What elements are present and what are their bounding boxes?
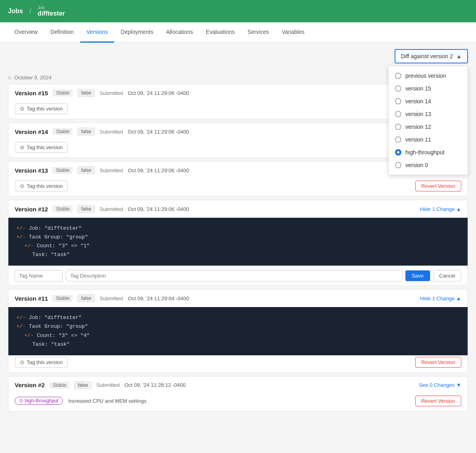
- nav-bar: Overview Definition Versions Deployments…: [0, 22, 476, 43]
- diff-option-high-throughput[interactable]: high-throughput: [389, 146, 468, 159]
- cancel-tag-button-12[interactable]: Cancel: [433, 270, 461, 282]
- diff-option-v11[interactable]: version 11: [389, 133, 468, 146]
- diff-option-v0[interactable]: version 0: [389, 159, 468, 171]
- tab-allocations[interactable]: Allocations: [160, 22, 199, 43]
- diff-line: +/- Job: "difftester": [16, 313, 460, 322]
- revert-button-2[interactable]: Revert Version: [415, 396, 461, 406]
- tag-icon-13: ⊙: [20, 183, 24, 189]
- diff-option-v15[interactable]: version 15: [389, 82, 468, 95]
- diff-option-label: high-throughput: [405, 149, 444, 156]
- diff-line: Task: "task": [16, 250, 460, 259]
- version-number-14: Version #14: [15, 128, 48, 135]
- save-tag-button-12[interactable]: Save: [405, 270, 430, 281]
- tag-name-input-12[interactable]: [15, 270, 63, 282]
- top-bar: Jobs / Job difftester: [0, 0, 476, 22]
- flag-badge-13: false: [77, 166, 95, 174]
- status-badge-15: Stable: [53, 89, 73, 97]
- date-dot-icon: [8, 76, 11, 79]
- submitted-label-11: Submitted: [100, 295, 123, 301]
- status-badge-2: Stable: [49, 382, 69, 389]
- version-number-2: Version #2: [15, 382, 45, 388]
- version-card-11: Version #11 Stable false Submitted Oct 0…: [8, 289, 468, 372]
- diff-line: +/- Job: "difftester": [16, 224, 460, 233]
- tag-version-button-14[interactable]: ⊙ Tag this version: [15, 142, 68, 153]
- diff-option-label: previous version: [405, 73, 446, 79]
- version-actions-11: ⊙ Tag this version Revert Version: [8, 355, 468, 372]
- flag-badge-2: false: [74, 381, 91, 389]
- tab-versions[interactable]: Versions: [80, 22, 115, 43]
- diff-option-v13[interactable]: version 13: [389, 108, 468, 120]
- diff-option-v12[interactable]: version 12: [389, 120, 468, 133]
- version-header-12: Version #12 Stable false Submitted Oct 0…: [8, 200, 468, 218]
- diff-button-label: Diff against version 2: [401, 53, 453, 59]
- submitted-label-2: Submitted: [96, 382, 120, 388]
- tag-badge-2[interactable]: ⊙ high-throughput: [15, 397, 63, 405]
- version-header-2: Version #2 Stable false Submitted Oct 09…: [8, 376, 468, 394]
- diff-option-label: version 12: [405, 124, 431, 130]
- diff-line: Task: "task": [16, 340, 460, 349]
- tag-desc-input-12[interactable]: [66, 270, 402, 282]
- flag-badge-15: false: [77, 89, 95, 97]
- version-number-12: Version #12: [15, 206, 48, 213]
- radio-v15: [395, 85, 401, 92]
- version-number-15: Version #15: [15, 90, 48, 97]
- diff-line: +/- Count: "3" => "1": [16, 242, 460, 250]
- tag-btn-label-11: Tag this version: [27, 359, 63, 365]
- tag-input-row-12: Save Cancel: [8, 266, 468, 286]
- radio-v14: [395, 98, 401, 104]
- tab-variables[interactable]: Variables: [275, 22, 311, 43]
- jobs-link[interactable]: Jobs: [8, 8, 23, 15]
- chevron-up-icon: ▲: [456, 53, 462, 59]
- revert-button-13[interactable]: Revert Version: [415, 181, 461, 191]
- tag-description-2: Increased CPU and MEM settings: [68, 398, 146, 404]
- tag-badge-label: high-throughput: [25, 398, 58, 404]
- diff-option-label: version 14: [405, 98, 431, 104]
- tab-services[interactable]: Services: [241, 22, 275, 43]
- revert-button-11[interactable]: Revert Version: [415, 357, 461, 368]
- diff-option-label: version 0: [405, 162, 428, 168]
- version-number-13: Version #13: [15, 167, 48, 174]
- tag-badge-icon: ⊙: [19, 398, 23, 404]
- version-number-11: Version #11: [15, 295, 48, 302]
- version-card-12: Version #12 Stable false Submitted Oct 0…: [8, 200, 468, 286]
- tab-deployments[interactable]: Deployments: [114, 22, 160, 43]
- tag-version-button-11[interactable]: ⊙ Tag this version: [15, 357, 68, 368]
- main-content: Diff against version 2 ▲ previous versio…: [0, 43, 476, 423]
- diff-option-label: version 11: [405, 136, 431, 143]
- job-label: Job: [38, 5, 65, 10]
- version-header-11: Version #11 Stable false Submitted Oct 0…: [8, 290, 468, 307]
- submitted-label-15: Submitted: [100, 90, 123, 96]
- diff-line: +/- Task Group: "group": [16, 322, 460, 331]
- time-12: Oct 09, '24 11:29:06 -0400: [128, 206, 189, 212]
- tab-definition[interactable]: Definition: [44, 22, 80, 43]
- radio-v12: [395, 124, 401, 130]
- tag-btn-label-14: Tag this version: [27, 144, 63, 150]
- flag-badge-11: false: [77, 294, 95, 302]
- radio-v0: [395, 162, 401, 168]
- tag-version-button-15[interactable]: ⊙ Tag this version: [15, 103, 68, 114]
- diff-option-v14[interactable]: version 14: [389, 95, 468, 108]
- diff-line: +/- Count: "3" => "4": [16, 331, 460, 340]
- radio-v13: [395, 111, 401, 117]
- diff-toggle-12[interactable]: Hide 1 Change ▲: [420, 206, 461, 212]
- radio-previous: [395, 73, 401, 79]
- status-badge-12: Stable: [53, 205, 73, 213]
- job-breadcrumb: Job difftester: [38, 5, 65, 17]
- version-actions-2: ⊙ high-throughput Increased CPU and MEM …: [8, 394, 468, 411]
- tab-overview[interactable]: Overview: [8, 22, 44, 43]
- diff-option-label: version 15: [405, 85, 431, 92]
- status-badge-14: Stable: [53, 128, 73, 135]
- tag-btn-label-13: Tag this version: [27, 183, 63, 189]
- date-text: October 9, 2024: [14, 75, 51, 81]
- tag-version-button-13[interactable]: ⊙ Tag this version: [15, 181, 68, 191]
- tag-icon-11: ⊙: [20, 359, 24, 365]
- diff-block-11: +/- Job: "difftester" +/- Task Group: "g…: [8, 307, 468, 355]
- time-13: Oct 09, '24 11:29:06 -0400: [128, 167, 189, 173]
- status-badge-11: Stable: [53, 295, 73, 302]
- tab-evaluations[interactable]: Evaluations: [199, 22, 241, 43]
- diff-against-button[interactable]: Diff against version 2 ▲: [395, 49, 468, 63]
- diff-toggle-11[interactable]: Hide 1 Change ▲: [420, 295, 461, 301]
- diff-toggle-2[interactable]: See 0 Changes ▼: [419, 382, 461, 388]
- tag-btn-label-15: Tag this version: [27, 106, 63, 112]
- diff-option-previous[interactable]: previous version: [389, 69, 468, 82]
